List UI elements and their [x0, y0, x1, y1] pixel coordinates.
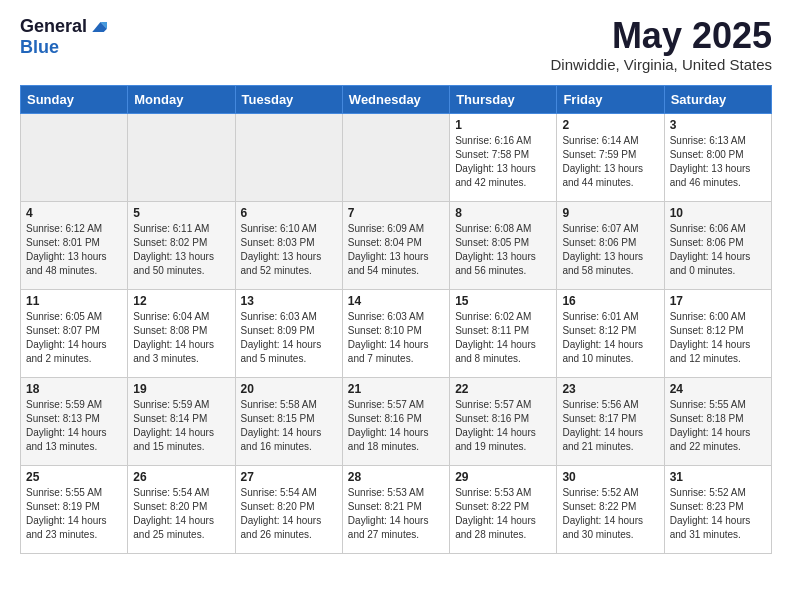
- calendar-cell: 5Sunrise: 6:11 AM Sunset: 8:02 PM Daylig…: [128, 201, 235, 289]
- cell-sun-info: Sunrise: 6:03 AM Sunset: 8:09 PM Dayligh…: [241, 310, 337, 366]
- cell-sun-info: Sunrise: 6:14 AM Sunset: 7:59 PM Dayligh…: [562, 134, 658, 190]
- cell-date-number: 21: [348, 382, 444, 396]
- cell-sun-info: Sunrise: 6:03 AM Sunset: 8:10 PM Dayligh…: [348, 310, 444, 366]
- cell-sun-info: Sunrise: 6:06 AM Sunset: 8:06 PM Dayligh…: [670, 222, 766, 278]
- day-header-saturday: Saturday: [664, 85, 771, 113]
- cell-date-number: 31: [670, 470, 766, 484]
- calendar-cell: 3Sunrise: 6:13 AM Sunset: 8:00 PM Daylig…: [664, 113, 771, 201]
- cell-date-number: 22: [455, 382, 551, 396]
- cell-sun-info: Sunrise: 6:10 AM Sunset: 8:03 PM Dayligh…: [241, 222, 337, 278]
- cell-sun-info: Sunrise: 5:55 AM Sunset: 8:19 PM Dayligh…: [26, 486, 122, 542]
- cell-sun-info: Sunrise: 5:54 AM Sunset: 8:20 PM Dayligh…: [133, 486, 229, 542]
- calendar-cell: 22Sunrise: 5:57 AM Sunset: 8:16 PM Dayli…: [450, 377, 557, 465]
- cell-sun-info: Sunrise: 6:04 AM Sunset: 8:08 PM Dayligh…: [133, 310, 229, 366]
- cell-date-number: 4: [26, 206, 122, 220]
- calendar-cell: 24Sunrise: 5:55 AM Sunset: 8:18 PM Dayli…: [664, 377, 771, 465]
- calendar-cell: 2Sunrise: 6:14 AM Sunset: 7:59 PM Daylig…: [557, 113, 664, 201]
- calendar-week-4: 18Sunrise: 5:59 AM Sunset: 8:13 PM Dayli…: [21, 377, 772, 465]
- cell-sun-info: Sunrise: 6:05 AM Sunset: 8:07 PM Dayligh…: [26, 310, 122, 366]
- logo-general: General: [20, 16, 87, 37]
- calendar-cell: 14Sunrise: 6:03 AM Sunset: 8:10 PM Dayli…: [342, 289, 449, 377]
- day-header-friday: Friday: [557, 85, 664, 113]
- calendar-cell: 9Sunrise: 6:07 AM Sunset: 8:06 PM Daylig…: [557, 201, 664, 289]
- cell-date-number: 16: [562, 294, 658, 308]
- calendar-cell: 7Sunrise: 6:09 AM Sunset: 8:04 PM Daylig…: [342, 201, 449, 289]
- cell-sun-info: Sunrise: 5:52 AM Sunset: 8:23 PM Dayligh…: [670, 486, 766, 542]
- cell-sun-info: Sunrise: 5:59 AM Sunset: 8:13 PM Dayligh…: [26, 398, 122, 454]
- cell-sun-info: Sunrise: 6:11 AM Sunset: 8:02 PM Dayligh…: [133, 222, 229, 278]
- cell-date-number: 17: [670, 294, 766, 308]
- calendar-cell: 6Sunrise: 6:10 AM Sunset: 8:03 PM Daylig…: [235, 201, 342, 289]
- cell-date-number: 5: [133, 206, 229, 220]
- cell-date-number: 24: [670, 382, 766, 396]
- logo: General Blue: [20, 16, 107, 58]
- cell-sun-info: Sunrise: 5:53 AM Sunset: 8:22 PM Dayligh…: [455, 486, 551, 542]
- day-header-sunday: Sunday: [21, 85, 128, 113]
- cell-date-number: 20: [241, 382, 337, 396]
- header: General Blue May 2025 Dinwiddie, Virgini…: [20, 16, 772, 73]
- cell-sun-info: Sunrise: 6:00 AM Sunset: 8:12 PM Dayligh…: [670, 310, 766, 366]
- calendar-cell: 11Sunrise: 6:05 AM Sunset: 8:07 PM Dayli…: [21, 289, 128, 377]
- cell-date-number: 7: [348, 206, 444, 220]
- calendar-table: SundayMondayTuesdayWednesdayThursdayFrid…: [20, 85, 772, 554]
- location-title: Dinwiddie, Virginia, United States: [550, 56, 772, 73]
- cell-sun-info: Sunrise: 5:55 AM Sunset: 8:18 PM Dayligh…: [670, 398, 766, 454]
- calendar-cell: [21, 113, 128, 201]
- cell-date-number: 3: [670, 118, 766, 132]
- cell-date-number: 1: [455, 118, 551, 132]
- cell-date-number: 15: [455, 294, 551, 308]
- cell-sun-info: Sunrise: 5:59 AM Sunset: 8:14 PM Dayligh…: [133, 398, 229, 454]
- calendar-cell: 4Sunrise: 6:12 AM Sunset: 8:01 PM Daylig…: [21, 201, 128, 289]
- cell-date-number: 13: [241, 294, 337, 308]
- cell-date-number: 8: [455, 206, 551, 220]
- cell-date-number: 12: [133, 294, 229, 308]
- cell-sun-info: Sunrise: 6:09 AM Sunset: 8:04 PM Dayligh…: [348, 222, 444, 278]
- calendar-cell: [342, 113, 449, 201]
- logo-icon: [89, 20, 107, 34]
- calendar-cell: 28Sunrise: 5:53 AM Sunset: 8:21 PM Dayli…: [342, 465, 449, 553]
- cell-date-number: 2: [562, 118, 658, 132]
- cell-date-number: 10: [670, 206, 766, 220]
- cell-sun-info: Sunrise: 6:01 AM Sunset: 8:12 PM Dayligh…: [562, 310, 658, 366]
- calendar-cell: 15Sunrise: 6:02 AM Sunset: 8:11 PM Dayli…: [450, 289, 557, 377]
- cell-sun-info: Sunrise: 5:57 AM Sunset: 8:16 PM Dayligh…: [455, 398, 551, 454]
- cell-sun-info: Sunrise: 5:52 AM Sunset: 8:22 PM Dayligh…: [562, 486, 658, 542]
- cell-date-number: 11: [26, 294, 122, 308]
- calendar-week-3: 11Sunrise: 6:05 AM Sunset: 8:07 PM Dayli…: [21, 289, 772, 377]
- cell-sun-info: Sunrise: 6:08 AM Sunset: 8:05 PM Dayligh…: [455, 222, 551, 278]
- cell-sun-info: Sunrise: 5:53 AM Sunset: 8:21 PM Dayligh…: [348, 486, 444, 542]
- calendar-cell: [235, 113, 342, 201]
- cell-date-number: 29: [455, 470, 551, 484]
- calendar-cell: 30Sunrise: 5:52 AM Sunset: 8:22 PM Dayli…: [557, 465, 664, 553]
- cell-date-number: 19: [133, 382, 229, 396]
- cell-date-number: 18: [26, 382, 122, 396]
- calendar-cell: 17Sunrise: 6:00 AM Sunset: 8:12 PM Dayli…: [664, 289, 771, 377]
- calendar-cell: 1Sunrise: 6:16 AM Sunset: 7:58 PM Daylig…: [450, 113, 557, 201]
- logo-blue: Blue: [20, 37, 59, 57]
- cell-sun-info: Sunrise: 5:58 AM Sunset: 8:15 PM Dayligh…: [241, 398, 337, 454]
- cell-date-number: 9: [562, 206, 658, 220]
- cell-date-number: 14: [348, 294, 444, 308]
- calendar-cell: 12Sunrise: 6:04 AM Sunset: 8:08 PM Dayli…: [128, 289, 235, 377]
- calendar-cell: [128, 113, 235, 201]
- calendar-header-row: SundayMondayTuesdayWednesdayThursdayFrid…: [21, 85, 772, 113]
- month-title: May 2025: [550, 16, 772, 56]
- calendar-cell: 19Sunrise: 5:59 AM Sunset: 8:14 PM Dayli…: [128, 377, 235, 465]
- calendar-cell: 31Sunrise: 5:52 AM Sunset: 8:23 PM Dayli…: [664, 465, 771, 553]
- calendar-cell: 18Sunrise: 5:59 AM Sunset: 8:13 PM Dayli…: [21, 377, 128, 465]
- calendar-cell: 20Sunrise: 5:58 AM Sunset: 8:15 PM Dayli…: [235, 377, 342, 465]
- calendar-week-2: 4Sunrise: 6:12 AM Sunset: 8:01 PM Daylig…: [21, 201, 772, 289]
- cell-date-number: 28: [348, 470, 444, 484]
- cell-date-number: 27: [241, 470, 337, 484]
- day-header-wednesday: Wednesday: [342, 85, 449, 113]
- cell-date-number: 30: [562, 470, 658, 484]
- calendar-cell: 8Sunrise: 6:08 AM Sunset: 8:05 PM Daylig…: [450, 201, 557, 289]
- calendar-week-5: 25Sunrise: 5:55 AM Sunset: 8:19 PM Dayli…: [21, 465, 772, 553]
- cell-sun-info: Sunrise: 6:02 AM Sunset: 8:11 PM Dayligh…: [455, 310, 551, 366]
- calendar-cell: 26Sunrise: 5:54 AM Sunset: 8:20 PM Dayli…: [128, 465, 235, 553]
- cell-sun-info: Sunrise: 5:54 AM Sunset: 8:20 PM Dayligh…: [241, 486, 337, 542]
- calendar-cell: 23Sunrise: 5:56 AM Sunset: 8:17 PM Dayli…: [557, 377, 664, 465]
- day-header-tuesday: Tuesday: [235, 85, 342, 113]
- day-header-thursday: Thursday: [450, 85, 557, 113]
- calendar-cell: 13Sunrise: 6:03 AM Sunset: 8:09 PM Dayli…: [235, 289, 342, 377]
